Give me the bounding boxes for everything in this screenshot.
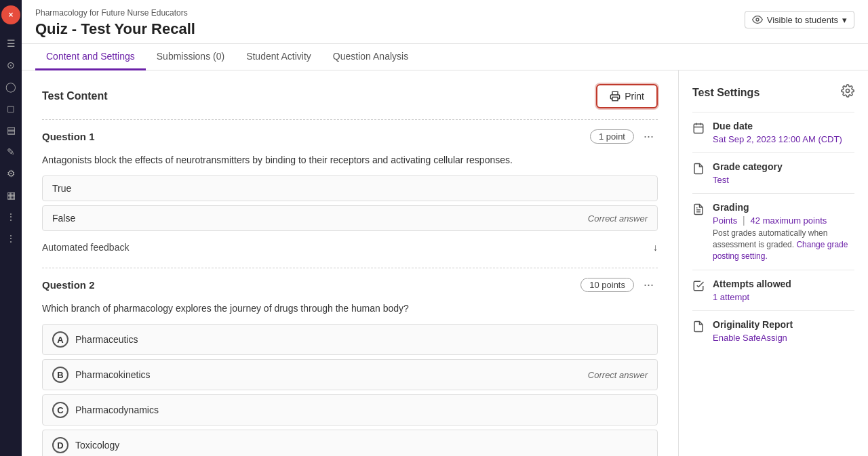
tab-question-analysis[interactable]: Question Analysis — [322, 44, 419, 70]
test-content-header: Test Content Print — [42, 84, 658, 108]
option-true-label: True — [52, 183, 71, 194]
setting-originality: Originality Report Enable SafeAssign — [692, 310, 854, 351]
sidebar-icon-chart[interactable]: ▦ — [3, 187, 19, 203]
eye-icon — [752, 14, 763, 25]
content-area: Test Content Print Question 1 1 point — [22, 70, 868, 456]
question-2-points: 10 points — [580, 278, 634, 292]
grading-max-link[interactable]: 42 maximum points — [751, 215, 827, 226]
print-label: Print — [625, 91, 644, 102]
originality-label: Originality Report — [713, 319, 854, 330]
divider-after-header — [42, 119, 658, 120]
sidebar-icon-help[interactable]: ⋮ — [3, 209, 19, 225]
grading-note: Post grades automatically when assessmen… — [713, 228, 854, 262]
divider-q1-q2 — [42, 268, 658, 268]
option-a-left: A Pharmaceutics — [52, 331, 138, 348]
svg-rect-1 — [612, 97, 618, 100]
question-1-points: 1 point — [590, 129, 634, 144]
question-1-more-button[interactable]: ··· — [639, 128, 658, 145]
setting-grading-content: Grading Points | 42 maximum points Post … — [713, 202, 854, 262]
calendar-icon — [692, 122, 705, 144]
option-b-circle: B — [52, 367, 68, 383]
option-b-correct: Correct answer — [588, 370, 648, 380]
gear-icon — [841, 84, 854, 98]
originality-value[interactable]: Enable SafeAssign — [713, 333, 787, 343]
automated-feedback-toggle[interactable]: Automated feedback ↓ — [42, 235, 658, 260]
option-b-label: Pharmacokinetics — [75, 369, 151, 380]
question-1-text: Antagonists block the effects of neurotr… — [42, 153, 658, 167]
tab-bar: Content and Settings Submissions (0) Stu… — [22, 44, 868, 70]
question-2-meta: 10 points ··· — [580, 276, 658, 293]
option-c-label: Pharmacodynamics — [75, 405, 159, 415]
settings-header: Test Settings — [692, 84, 854, 101]
due-date-value[interactable]: Sat Sep 2, 2023 12:00 AM (CDT) — [713, 134, 842, 144]
question-2-text: Which branch of pharmacology explores th… — [42, 302, 658, 316]
sidebar-icon-menu[interactable]: ☰ — [3, 35, 19, 51]
option-d: D Toxicology — [42, 430, 658, 456]
test-content-title: Test Content — [42, 90, 108, 102]
question-1-header: Question 1 1 point ··· — [42, 128, 658, 145]
option-false-label: False — [52, 213, 75, 224]
print-button[interactable]: Print — [596, 84, 658, 108]
sidebar-icon-user[interactable]: ◯ — [3, 79, 19, 95]
grading-points-link[interactable]: Points — [713, 215, 737, 226]
visible-dropdown-icon: ▾ — [842, 15, 847, 25]
tab-content-settings[interactable]: Content and Settings — [35, 44, 146, 70]
grading-values: Points | 42 maximum points — [713, 215, 854, 226]
setting-grading: Grading Points | 42 maximum points Post … — [692, 193, 854, 270]
svg-point-2 — [846, 89, 850, 93]
option-c-left: C Pharmacodynamics — [52, 402, 159, 418]
option-a-circle: A — [52, 331, 68, 348]
setting-grade-category: Grade category Test — [692, 152, 854, 193]
question-1: Question 1 1 point ··· Antagonists block… — [42, 128, 658, 260]
right-panel: Test Settings — [678, 70, 868, 456]
grading-icon — [692, 203, 705, 262]
tab-student-activity[interactable]: Student Activity — [235, 44, 322, 70]
attempts-label: Attempts allowed — [713, 278, 854, 289]
settings-gear-button[interactable] — [841, 84, 854, 101]
close-button[interactable]: × — [1, 5, 20, 24]
sidebar-icon-edit[interactable]: ✎ — [3, 144, 19, 160]
question-1-meta: 1 point ··· — [590, 128, 658, 145]
course-title: Pharmacology for Future Nurse Educators — [35, 8, 195, 18]
tab-submissions[interactable]: Submissions (0) — [146, 44, 235, 70]
page-header: Pharmacology for Future Nurse Educators … — [22, 0, 868, 44]
option-a-label: Pharmaceutics — [75, 334, 138, 345]
originality-icon — [692, 320, 705, 343]
question-2-header: Question 2 10 points ··· — [42, 276, 658, 293]
option-true: True — [42, 175, 658, 201]
option-c-circle: C — [52, 402, 68, 418]
automated-feedback-label: Automated feedback — [42, 242, 129, 253]
grade-category-label: Grade category — [713, 161, 854, 172]
sidebar-icon-gear[interactable]: ⚙ — [3, 165, 19, 182]
question-2: Question 2 10 points ··· Which branch of… — [42, 276, 658, 456]
sidebar-icon-list[interactable]: ▤ — [3, 122, 19, 138]
option-d-left: D Toxicology — [52, 437, 119, 453]
sidebar: × ☰ ⊙ ◯ ◻ ▤ ✎ ⚙ ▦ ⋮ ⋮ — [0, 0, 22, 456]
sidebar-icon-bell[interactable]: ◻ — [3, 100, 19, 117]
sidebar-icon-search[interactable]: ⊙ — [3, 57, 19, 73]
visible-label: Visible to students — [767, 15, 838, 25]
question-2-more-button[interactable]: ··· — [639, 276, 658, 293]
grade-icon — [692, 163, 705, 185]
printer-icon — [610, 91, 620, 102]
header-title-group: Pharmacology for Future Nurse Educators … — [35, 8, 195, 38]
page-title: Quiz - Test Your Recall — [35, 20, 195, 38]
option-false: False Correct answer — [42, 205, 658, 231]
option-b: B Pharmacokinetics Correct answer — [42, 359, 658, 390]
option-d-label: Toxicology — [75, 440, 119, 451]
sidebar-icon-extra[interactable]: ⋮ — [3, 230, 19, 247]
question-2-title: Question 2 — [42, 279, 95, 291]
main-area: Pharmacology for Future Nurse Educators … — [22, 0, 868, 456]
quiz-content: Test Content Print Question 1 1 point — [22, 70, 678, 456]
svg-point-0 — [756, 18, 759, 21]
visibility-toggle[interactable]: Visible to students ▾ — [745, 11, 854, 28]
question-1-title: Question 1 — [42, 131, 95, 142]
option-b-left: B Pharmacokinetics — [52, 367, 151, 383]
grade-category-value[interactable]: Test — [713, 175, 729, 185]
setting-attempts: Attempts allowed 1 attempt — [692, 270, 854, 310]
attempts-value[interactable]: 1 attempt — [713, 292, 749, 302]
option-a: A Pharmaceutics — [42, 324, 658, 355]
option-c: C Pharmacodynamics — [42, 394, 658, 426]
setting-due-date: Due date Sat Sep 2, 2023 12:00 AM (CDT) — [692, 112, 854, 152]
setting-due-date-content: Due date Sat Sep 2, 2023 12:00 AM (CDT) — [713, 121, 854, 144]
